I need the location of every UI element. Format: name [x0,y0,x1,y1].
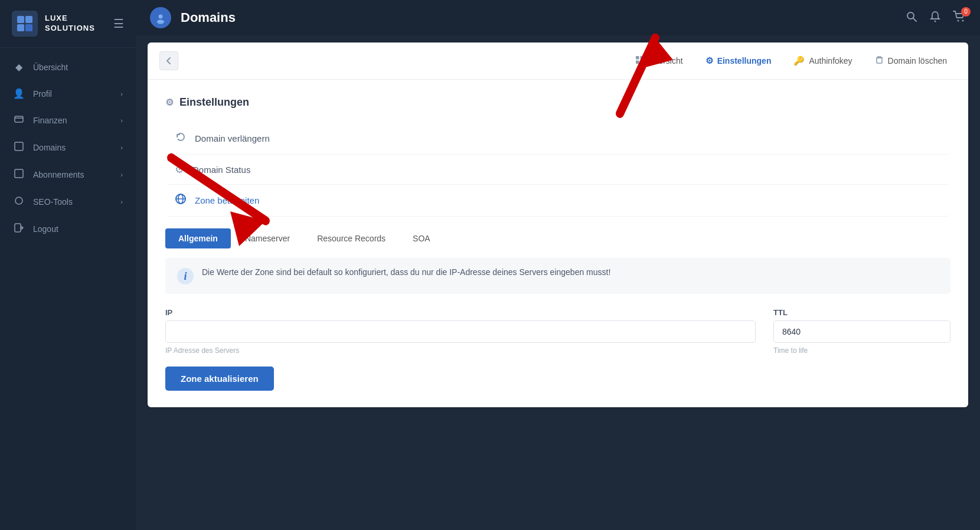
main-area: Domains 0 [136,0,980,530]
sidebar-item-domains[interactable]: Domains › [0,134,136,161]
form-row: IP IP Adresse des Servers TTL Time to li… [165,308,950,355]
gear-icon: ⚙ [705,55,713,66]
info-box: i Die Werte der Zone sind bei default so… [165,258,950,294]
tab-ubersicht[interactable]: Übersicht [626,51,692,71]
section-title: ⚙ Einstellungen [165,96,950,109]
status-gear-icon: ⚙ [175,163,184,176]
card-body: ⚙ Einstellungen Domain verlängern ⚙ Doma… [148,80,968,407]
topbar-actions: 0 [906,11,966,25]
svg-point-13 [157,20,164,24]
sidebar-item-seotools[interactable]: SEO-Tools › [0,188,136,215]
sidebar-logo: LUXE SOLUTIONS ☰ [0,0,136,48]
tab-einstellungen[interactable]: ⚙ Einstellungen [696,51,781,71]
abonnements-icon [13,169,25,181]
logo-text: LUXE SOLUTIONS [45,14,95,34]
svg-rect-20 [640,56,643,60]
main-content: Übersicht ⚙ Einstellungen 🔑 Authinfokey … [136,35,980,530]
svg-point-17 [958,19,959,21]
key-icon: 🔑 [793,55,805,66]
tab-authinfokey[interactable]: 🔑 Authinfokey [784,51,861,71]
info-icon: i [177,268,194,284]
svg-rect-0 [17,16,24,23]
logout-icon [13,223,25,235]
section-title-text: Einstellungen [179,96,249,109]
svg-rect-1 [25,16,32,23]
page-title: Domains [181,10,236,25]
svg-line-15 [913,18,916,21]
svg-rect-3 [25,24,32,31]
ip-input[interactable] [165,320,756,343]
sidebar-item-label: Finanzen [33,116,67,125]
chevron-right-icon: › [120,117,123,124]
zone-tab-allgemein[interactable]: Allgemein [165,228,231,248]
ubersicht-icon: ◆ [13,61,25,73]
sidebar-item-finanzen[interactable]: Finanzen › [0,107,136,134]
sidebar: LUXE SOLUTIONS ☰ ◆ Übersicht 👤 Profil › … [0,0,136,530]
svg-point-18 [962,19,964,21]
svg-rect-6 [15,142,23,151]
sidebar-item-label: Abonnements [33,170,84,179]
zone-tab-resource-records[interactable]: Resource Records [304,228,398,248]
svg-rect-2 [17,24,24,31]
svg-rect-23 [877,58,882,63]
search-icon[interactable] [906,11,917,25]
sidebar-item-label: Übersicht [33,63,68,72]
zone-tab-nameserver[interactable]: Nameserver [232,228,303,248]
svg-rect-7 [15,169,23,178]
topbar: Domains 0 [136,0,980,35]
tab-domain-loschen[interactable]: Domain löschen [865,51,956,71]
domains-icon [13,142,25,153]
info-text: Die Werte der Zone sind bei default so k… [202,267,610,277]
sidebar-item-label: Logout [33,224,58,234]
cart-badge: 0 [961,7,971,17]
chevron-right-icon: › [120,144,123,151]
chevron-right-icon: › [120,171,123,178]
hamburger-icon[interactable]: ☰ [113,17,124,31]
sidebar-item-ubersicht[interactable]: ◆ Übersicht [0,54,136,80]
ip-label: IP [165,308,756,317]
sidebar-item-label: Profil [33,89,52,99]
ttl-field-group: TTL Time to life [773,308,950,355]
avatar [150,7,171,28]
svg-rect-9 [15,224,21,232]
bell-icon[interactable] [929,11,941,25]
cart-icon[interactable]: 0 [953,11,966,25]
main-card: Übersicht ⚙ Einstellungen 🔑 Authinfokey … [148,42,968,407]
sidebar-item-label: Domains [33,143,66,152]
sidebar-item-abonnements[interactable]: Abonnements › [0,161,136,188]
settings-item-verlangern[interactable]: Domain verlängern [165,123,950,155]
sidebar-item-label: SEO-Tools [33,197,73,207]
sidebar-item-profil[interactable]: 👤 Profil › [0,80,136,107]
back-button[interactable] [159,51,178,70]
save-zone-button[interactable]: Zone aktualisieren [165,367,274,391]
tab-authinfokey-label: Authinfokey [809,56,852,66]
profil-icon: 👤 [13,88,25,99]
item-label: Zone bearbeiten [195,195,259,205]
settings-section-icon: ⚙ [165,97,174,108]
tab-ubersicht-label: Übersicht [648,56,683,66]
item-label: Domain Status [192,165,250,175]
seotools-icon [13,196,25,208]
card-tabs: Übersicht ⚙ Einstellungen 🔑 Authinfokey … [148,42,968,80]
zone-tab-soa[interactable]: SOA [400,228,443,248]
ip-hint: IP Adresse des Servers [165,346,756,355]
tab-domain-loschen-label: Domain löschen [888,56,947,66]
sidebar-item-logout[interactable]: Logout [0,215,136,243]
settings-item-status[interactable]: ⚙ Domain Status [165,155,950,185]
settings-item-zone[interactable]: Zone bearbeiten [165,185,950,217]
svg-point-16 [935,20,936,22]
trash-icon [875,55,884,66]
tab-einstellungen-label: Einstellungen [717,56,772,66]
zone-tabs: Allgemein Nameserver Resource Records SO… [165,228,950,248]
grid-icon [635,55,644,66]
svg-point-12 [159,15,163,19]
logo-icon [12,11,38,37]
chevron-right-icon: › [120,198,123,205]
item-label: Domain verlängern [195,133,270,143]
svg-rect-19 [636,56,639,60]
ttl-hint: Time to life [773,346,950,355]
ttl-input[interactable] [773,320,950,343]
sidebar-nav: ◆ Übersicht 👤 Profil › Finanzen › Domain… [0,48,136,530]
ip-field-group: IP IP Adresse des Servers [165,308,756,355]
globe-icon [175,193,187,208]
